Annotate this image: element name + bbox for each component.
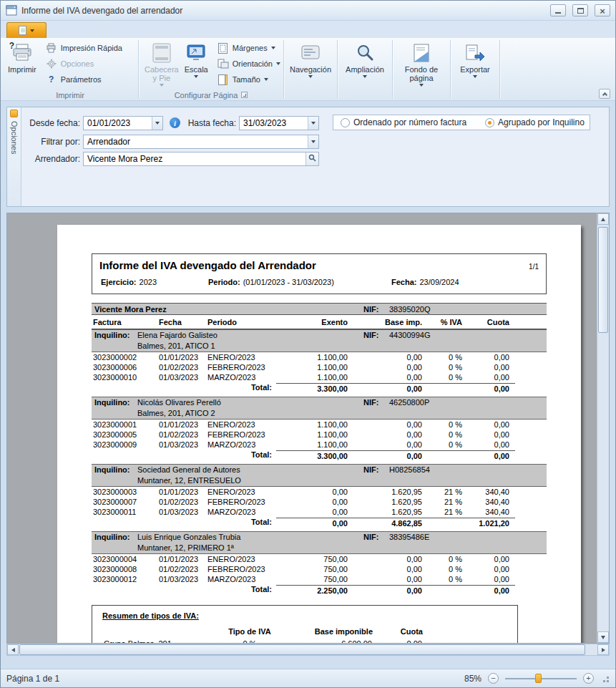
invoice-cell: 01/03/2023 <box>153 373 203 382</box>
invoice-cell: 3023000001 <box>92 420 153 429</box>
invoice-cell: 01/03/2023 <box>153 440 203 449</box>
scroll-down-button[interactable] <box>597 631 609 643</box>
chevron-down-icon <box>473 75 477 78</box>
total-base: 4.862,85 <box>348 518 422 528</box>
document-icon <box>19 26 26 35</box>
invoice-row: 302300000701/02/2023FEBRERO/20230,001.62… <box>92 497 547 507</box>
zoom-slider[interactable] <box>505 673 577 684</box>
window-icon <box>6 5 17 16</box>
scroll-right-button[interactable] <box>597 644 609 655</box>
minimize-button[interactable] <box>550 4 566 16</box>
group-caption-configurar: Configurar Página <box>140 89 283 100</box>
application-menu-button[interactable] <box>6 22 47 38</box>
dropdown-button[interactable] <box>152 117 162 130</box>
impresion-rapida-button[interactable]: Impresión Rápida <box>42 40 126 56</box>
invoice-row: 302300000101/01/2023ENERO/20231.100,000,… <box>92 420 547 430</box>
invoice-cell: ENERO/2023 <box>203 420 276 429</box>
radio-ordenado-factura[interactable]: Ordenado por número factura <box>341 117 466 127</box>
radio-agrupado-inquilino[interactable]: Agrupado por Inquilino <box>485 117 585 127</box>
invoice-cell: 0,00 <box>348 373 422 382</box>
vertical-scrollbar[interactable] <box>597 213 609 643</box>
report-page-indicator: 1/1 <box>529 263 539 271</box>
cell <box>92 450 153 461</box>
group-total-row: Total:0,004.862,851.021,20 <box>92 517 547 531</box>
arrow-left-icon <box>11 648 15 652</box>
orientation-icon <box>217 58 229 69</box>
imprimir-button[interactable]: ? Imprimir <box>5 40 39 74</box>
hasta-fecha-input[interactable]: 31/03/2023 <box>239 116 319 130</box>
total-label: Total: <box>203 450 276 461</box>
search-button[interactable] <box>305 152 318 165</box>
tenant-address: Muntaner, 12, ENTRESUELO <box>137 475 241 486</box>
chevron-down-icon <box>308 75 313 78</box>
exportar-button[interactable]: Exportar <box>457 40 493 78</box>
arrendador-input[interactable]: Vicente Mora Perez <box>83 152 319 166</box>
info-icon[interactable] <box>170 117 180 128</box>
escala-button[interactable]: Escala <box>182 40 211 78</box>
ribbon-group-imprimir: ? Imprimir Impresión Rápida <box>3 38 137 100</box>
chevron-down-icon <box>194 75 198 78</box>
horizontal-scrollbar[interactable] <box>6 644 610 656</box>
inquilino-label: Inquilino: <box>94 532 129 543</box>
inquilino-label: Inquilino: <box>94 465 129 475</box>
maximize-button[interactable] <box>572 4 588 16</box>
invoice-cell: 3023000006 <box>92 363 153 372</box>
invoice-cell: ENERO/2023 <box>203 353 276 362</box>
parametros-button[interactable]: ? Parámetros <box>42 72 126 87</box>
collapse-ribbon-button[interactable] <box>599 89 610 99</box>
invoice-cell: 0 % <box>422 440 465 449</box>
zoom-out-button[interactable]: − <box>488 673 499 684</box>
chevron-down-icon <box>155 122 160 125</box>
invoice-cell: 0,00 <box>348 363 422 372</box>
filtrar-por-select[interactable]: Arrendador <box>83 135 319 149</box>
tamano-button[interactable]: Tamaño <box>214 72 284 87</box>
invoice-cell: 0 % <box>422 575 465 583</box>
margins-icon <box>217 42 229 54</box>
invoice-cell: 0 % <box>422 555 465 563</box>
desde-fecha-input[interactable]: 01/01/2023 <box>83 116 163 130</box>
tenant-nif: 44300994G <box>389 330 431 341</box>
tenant-name: Elena Fajardo Galisteo <box>137 330 217 341</box>
scroll-left-button[interactable] <box>7 644 19 655</box>
tenant-band: Inquilino:Luis Enrique Gonzales TrubiaNI… <box>92 531 547 554</box>
invoice-cell: 0,00 <box>276 488 348 496</box>
orientacion-button[interactable]: Orientación <box>214 56 284 72</box>
invoice-cell: 3023000003 <box>92 488 153 496</box>
horizontal-scroll-thumb[interactable] <box>19 644 585 655</box>
opciones-button[interactable]: Opciones <box>42 56 126 72</box>
report-page: Informe del IVA devengado del Arrendador… <box>57 225 581 644</box>
options-tab[interactable]: Opciones <box>7 107 21 206</box>
cabecera-pie-button[interactable]: Cabecera y Pie <box>142 40 182 87</box>
zoom-slider-thumb[interactable] <box>535 674 542 683</box>
order-options-group: Ordenado por número factura Agrupado por… <box>333 115 590 130</box>
report-title: Informe del IVA devengado del Arrendador <box>99 259 316 271</box>
invoice-row: 302300000801/02/2023FEBRERO/2023750,000,… <box>92 564 547 574</box>
dropdown-button[interactable] <box>308 117 318 130</box>
navegacion-button[interactable]: Navegación <box>287 40 334 78</box>
dialog-launcher[interactable] <box>241 92 248 98</box>
margenes-button[interactable]: Márgenes <box>214 40 284 56</box>
ribbon: ? Imprimir Impresión Rápida <box>1 38 615 101</box>
ribbon-group-fondo: Fondo de página <box>393 38 449 100</box>
zoom-in-button[interactable]: + <box>583 673 594 684</box>
tenant-name: Nicolás Olivares Perelló <box>137 397 221 408</box>
tenant-band: Inquilino:Nicolás Olivares PerellóNIF:46… <box>92 397 547 420</box>
close-button[interactable] <box>595 4 610 16</box>
summary-tipo: 0 % <box>221 639 278 644</box>
vertical-scroll-thumb[interactable] <box>598 227 608 333</box>
resize-grip[interactable] <box>600 674 610 683</box>
cell <box>422 450 465 461</box>
dropdown-button[interactable] <box>308 135 318 148</box>
invoice-cell: 340,40 <box>465 498 515 506</box>
summary-row: Grupo Balmes, 2010 %6.600,000,00 <box>92 639 517 644</box>
horizontal-scroll-track[interactable] <box>19 644 597 655</box>
ribbon-group-navegacion: Navegación <box>285 38 336 100</box>
tenant-name: Luis Enrique Gonzales Trubia <box>137 532 240 543</box>
fondo-pagina-button[interactable]: Fondo de página <box>396 40 447 87</box>
total-base: 0,00 <box>348 450 422 461</box>
invoice-cell: 0,00 <box>348 420 422 429</box>
scroll-up-button[interactable] <box>597 213 609 225</box>
summary-box: Resumen de tipos de IVA: Tipo de IVA Bas… <box>92 605 518 644</box>
ampliacion-button[interactable]: Ampliación <box>343 40 387 78</box>
preview-area[interactable]: Informe del IVA devengado del Arrendador… <box>6 213 610 644</box>
